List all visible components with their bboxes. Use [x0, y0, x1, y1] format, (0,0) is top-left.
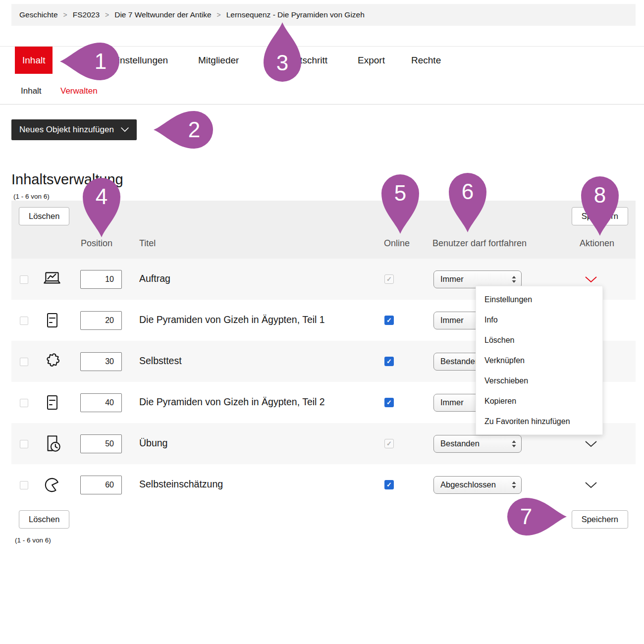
- subtab-inhalt[interactable]: Inhalt: [21, 86, 42, 96]
- menu-item-info[interactable]: Info: [476, 310, 602, 330]
- continue-select-value: Immer: [440, 316, 464, 325]
- annotation-marker-4: 4: [82, 177, 121, 216]
- actions-chevron-icon[interactable]: [585, 482, 597, 488]
- row-select-checkbox[interactable]: [20, 440, 28, 448]
- row-title: Übung: [139, 437, 167, 448]
- online-checkbox[interactable]: ✓: [384, 480, 394, 489]
- annotation-number: 2: [174, 110, 214, 150]
- chevron-down-icon: [121, 127, 129, 132]
- subtab-verwalten[interactable]: Verwalten: [60, 86, 98, 96]
- actions-dropdown-menu: Einstellungen Info Löschen Verknüpfen Ve…: [476, 286, 603, 435]
- annotation-number: 3: [263, 43, 302, 83]
- select-arrows-icon: [511, 439, 517, 448]
- menu-item-loeschen[interactable]: Löschen: [476, 330, 602, 350]
- result-count-top: (1 - 6 von 6): [13, 193, 50, 200]
- column-header-position: Position: [81, 238, 112, 249]
- row-title: Auftrag: [139, 272, 170, 284]
- online-checkbox[interactable]: ✓: [384, 274, 394, 284]
- annotation-marker-6: 6: [448, 172, 487, 212]
- continue-select-value: Bestanden: [440, 439, 480, 448]
- annotation-number: 8: [580, 175, 620, 215]
- annotation-number: 5: [380, 173, 420, 213]
- position-input[interactable]: [80, 352, 122, 371]
- menu-item-kopieren[interactable]: Kopieren: [476, 391, 602, 411]
- breadcrumb-separator: >: [63, 11, 67, 19]
- select-arrows-icon: [511, 481, 517, 489]
- annotation-number: 1: [81, 42, 120, 81]
- learning-module-icon: [40, 309, 64, 332]
- continue-select[interactable]: Bestanden: [433, 435, 522, 453]
- annotation-number: 4: [82, 177, 121, 216]
- position-input[interactable]: [80, 311, 122, 330]
- row-title: Die Pyramiden von Gizeh in Ägypten, Teil…: [139, 396, 325, 407]
- continue-select-value: Bestanden: [440, 357, 480, 366]
- continue-select-value: Immer: [440, 398, 464, 407]
- online-checkbox[interactable]: ✓: [384, 316, 394, 325]
- online-checkbox[interactable]: ✓: [384, 398, 394, 407]
- tab-rechte[interactable]: Rechte: [411, 47, 441, 74]
- column-header-title: Titel: [139, 238, 156, 249]
- tab-inhalt[interactable]: Inhalt: [15, 47, 53, 74]
- row-title: Selbsttest: [139, 355, 182, 366]
- add-object-button[interactable]: Neues Objekt hinzufügen: [11, 119, 137, 140]
- annotation-number: 7: [506, 497, 546, 537]
- menu-item-einstellungen[interactable]: Einstellungen: [476, 289, 602, 310]
- column-header-continue: Benutzer darf fortfahren: [432, 238, 527, 249]
- tab-export[interactable]: Export: [358, 47, 385, 74]
- annotation-marker-3: 3: [263, 43, 302, 83]
- position-input[interactable]: [80, 393, 122, 412]
- exercise-clock-icon: [40, 432, 64, 456]
- menu-item-verknuepfen[interactable]: Verknüpfen: [476, 350, 602, 371]
- breadcrumb-item[interactable]: Die 7 Weltwunder der Antike: [114, 10, 211, 19]
- breadcrumb-separator: >: [105, 11, 109, 19]
- menu-item-verschieben[interactable]: Verschieben: [476, 371, 602, 391]
- tab-mitglieder[interactable]: Mitglieder: [198, 47, 239, 74]
- breadcrumb-item[interactable]: Geschichte: [19, 10, 58, 19]
- online-checkbox[interactable]: ✓: [384, 357, 394, 366]
- row-select-checkbox[interactable]: [20, 481, 28, 489]
- annotation-marker-8: 8: [580, 175, 620, 215]
- assignment-icon: [40, 268, 64, 291]
- breadcrumb-separator: >: [217, 11, 221, 19]
- column-header-online: Online: [384, 238, 410, 249]
- add-object-label: Neues Objekt hinzufügen: [19, 125, 114, 135]
- result-count-bottom: (1 - 6 von 6): [15, 537, 51, 544]
- annotation-marker-2: 2: [174, 110, 214, 150]
- test-puzzle-icon: [40, 350, 64, 374]
- select-arrows-icon: [511, 275, 517, 284]
- breadcrumb-item[interactable]: FS2023: [73, 10, 100, 19]
- position-input[interactable]: [80, 476, 122, 494]
- row-select-checkbox[interactable]: [20, 317, 28, 325]
- annotation-marker-7: 7: [506, 497, 546, 537]
- continue-select-value: Abgeschlossen: [440, 480, 496, 489]
- continue-select-value: Immer: [440, 274, 464, 284]
- menu-item-favoriten[interactable]: Zu Favoriten hinzufügen: [476, 411, 602, 431]
- annotation-marker-5: 5: [380, 173, 420, 213]
- breadcrumb-item[interactable]: Lernsequenz - Die Pyramiden von Gizeh: [226, 10, 365, 19]
- row-title: Selbsteinschätzung: [139, 478, 223, 489]
- breadcrumb: Geschichte > FS2023 > Die 7 Weltwunder d…: [11, 4, 636, 26]
- position-input[interactable]: [80, 434, 122, 453]
- actions-chevron-icon[interactable]: [585, 440, 597, 447]
- row-title: Die Pyramiden von Gizeh in Ägypten, Teil…: [139, 314, 325, 325]
- online-checkbox[interactable]: ✓: [384, 439, 394, 448]
- learning-module-icon: [40, 391, 64, 415]
- annotation-marker-1: 1: [81, 42, 120, 81]
- annotation-number: 6: [448, 172, 487, 212]
- actions-chevron-icon[interactable]: [585, 276, 597, 283]
- row-select-checkbox[interactable]: [20, 358, 28, 366]
- column-header-actions: Aktionen: [580, 238, 614, 249]
- delete-button-bottom[interactable]: Löschen: [19, 510, 69, 529]
- position-input[interactable]: [80, 270, 122, 289]
- survey-pie-icon: [40, 473, 64, 497]
- save-button-bottom[interactable]: Speichern: [572, 510, 628, 529]
- continue-select[interactable]: Abgeschlossen: [433, 476, 522, 494]
- row-select-checkbox[interactable]: [20, 399, 28, 407]
- row-select-checkbox[interactable]: [20, 275, 28, 284]
- delete-button-top[interactable]: Löschen: [19, 207, 69, 225]
